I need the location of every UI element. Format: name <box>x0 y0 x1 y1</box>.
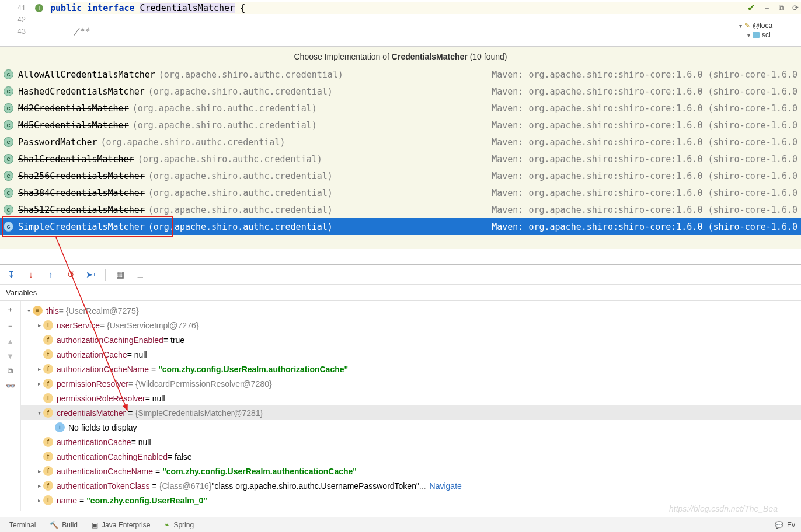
var-value: "com.zhy.config.UserRealm_0" <box>86 496 207 505</box>
move-down-icon[interactable]: ▼ <box>6 352 14 360</box>
info-icon: i <box>55 422 65 432</box>
spring-button[interactable]: ❧Spring <box>164 521 194 529</box>
line-number: 41 <box>0 2 29 14</box>
class-icon: c <box>4 154 13 164</box>
event-log-button[interactable]: 💬Ev <box>775 521 795 529</box>
choose-implementation-popup: Choose Implementation of CredentialsMatc… <box>0 47 801 249</box>
chevron-down-icon[interactable]: ▾ <box>25 307 33 314</box>
code-line[interactable] <box>50 14 801 26</box>
popup-item[interactable]: cAllowAllCredentialsMatcher(org.apache.s… <box>0 66 801 83</box>
maven-source: Maven: org.apache.shiro:shiro-core:1.6.0… <box>485 69 797 80</box>
javaee-button[interactable]: ▣Java Enterprise <box>92 521 150 529</box>
popup-item[interactable]: cMd5CredentialsMatcher(org.apache.shiro.… <box>0 117 801 134</box>
step-down-icon[interactable]: ↓ <box>26 270 36 280</box>
var-name: name <box>57 496 77 505</box>
popup-item[interactable]: cHashedCredentialsMatcher(org.apache.shi… <box>0 83 801 100</box>
tree-row[interactable]: ▸fpermissionResolver = {WildcardPermissi… <box>21 376 801 391</box>
class-name: Md5CredentialsMatcher <box>18 120 129 131</box>
chevron-down-icon: ▾ <box>739 23 742 29</box>
variables-tree[interactable]: ▾≡this = {UserRealm@7275} ▸fuserService … <box>21 301 801 511</box>
tree-row-credentialsMatcher[interactable]: ▾fcredentialsMatcher = {SimpleCredential… <box>21 405 801 420</box>
line-number: 42 <box>0 14 29 26</box>
package-name: (org.apache.shiro.authc.credential) <box>100 137 285 148</box>
list-icon[interactable]: ≣ <box>135 270 145 280</box>
popup-item[interactable]: cSha1CredentialsMatcher(org.apache.shiro… <box>0 150 801 167</box>
tree-row[interactable]: fpermissionRoleResolver = null <box>21 391 801 405</box>
reset-icon[interactable]: ↺ <box>65 270 76 280</box>
folder-icon <box>753 32 760 38</box>
chevron-right-icon[interactable]: ▸ <box>35 482 43 489</box>
code-line[interactable]: /** <box>50 26 801 37</box>
tree-row[interactable]: fauthorizationCache = null <box>21 347 801 362</box>
tree-row[interactable]: ▸fuserService = {UserServiceImpl@7276} <box>21 318 801 332</box>
class-name: Sha384CredentialsMatcher <box>18 188 145 198</box>
chevron-down-icon[interactable]: ▾ <box>35 410 43 416</box>
no-fields-label: No fields to display <box>68 423 137 432</box>
var-value-gray: {Class@6716} <box>159 481 212 491</box>
code-area[interactable]: public interface CredentialsMatcher { /*… <box>50 0 801 46</box>
step-into-icon[interactable]: ↧ <box>6 270 16 280</box>
variables-side-toolbar: ＋ － ▲ ▼ ⧉ 👓 <box>0 301 21 511</box>
inspection-check-icon[interactable]: ✔ <box>747 2 755 13</box>
refresh-icon[interactable]: ⟳ <box>792 4 799 12</box>
chevron-down-icon: ▾ <box>747 32 750 38</box>
chevron-right-icon[interactable]: ▸ <box>35 322 43 328</box>
copy-icon[interactable]: ⧉ <box>779 4 784 13</box>
tree-row[interactable]: ▸fauthenticationCacheName = "com.zhy.con… <box>21 464 801 478</box>
maven-source: Maven: org.apache.shiro:shiro-core:1.6.0… <box>485 222 797 232</box>
popup-header-pre: Choose Implementation of <box>294 52 392 61</box>
glasses-icon[interactable]: 👓 <box>6 382 15 390</box>
navigate-link[interactable]: Navigate <box>430 481 462 491</box>
tree-row[interactable]: ▾scl <box>737 30 801 40</box>
class-name: PasswordMatcher <box>18 137 97 148</box>
class-name: AllowAllCredentialsMatcher <box>18 69 155 80</box>
class-icon: c <box>4 188 13 198</box>
chevron-right-icon[interactable]: ▸ <box>35 380 43 387</box>
pin-icon[interactable]: ➤I <box>85 270 96 280</box>
popup-header-class: CredentialsMatcher <box>392 52 468 61</box>
equals: = <box>155 467 160 476</box>
remove-watch-icon[interactable]: － <box>6 321 14 331</box>
move-up-icon[interactable]: ▲ <box>6 337 14 346</box>
terminal-button[interactable]: Terminal <box>6 521 36 529</box>
popup-item[interactable]: cSimpleCredentialsMatcher(org.apache.shi… <box>0 218 801 235</box>
tree-row[interactable]: ▸fauthorizationCacheName = "com.zhy.conf… <box>21 362 801 376</box>
chevron-right-icon[interactable]: ▸ <box>35 497 43 503</box>
tree-label: @loca <box>753 22 772 30</box>
chevron-right-icon[interactable]: ▸ <box>35 366 43 372</box>
field-icon: f <box>43 349 53 359</box>
add-watch-icon[interactable]: ＋ <box>6 304 14 315</box>
field-icon: f <box>43 452 53 461</box>
popup-item[interactable]: cSha384CredentialsMatcher(org.apache.shi… <box>0 184 801 201</box>
maven-source: Maven: org.apache.shiro:shiro-core:1.6.0… <box>485 103 797 114</box>
tree-row[interactable]: fauthorizationCachingEnabled = true <box>21 332 801 347</box>
package-name: (org.apache.shiro.authc.credential) <box>138 154 322 164</box>
copy-icon[interactable]: ⧉ <box>8 366 13 376</box>
chevron-right-icon[interactable]: ▸ <box>35 468 43 474</box>
popup-item[interactable]: cMd2CredentialsMatcher(org.apache.shiro.… <box>0 100 801 117</box>
var-value: {SimpleCredentialsMatcher@7281} <box>135 408 263 418</box>
code-line[interactable]: public interface CredentialsMatcher { <box>50 2 801 14</box>
tree-row[interactable]: fauthenticationCachingEnabled = false <box>21 449 801 464</box>
add-icon[interactable]: ＋ <box>763 3 771 13</box>
tree-row[interactable]: ▾✎@loca <box>737 21 801 30</box>
tree-row-this[interactable]: ▾≡this = {UserRealm@7275} <box>21 303 801 318</box>
popup-item[interactable]: cSha512CredentialsMatcher(org.apache.shi… <box>0 201 801 218</box>
grid-icon[interactable]: ▦ <box>115 270 126 280</box>
step-up-icon[interactable]: ↑ <box>46 270 56 280</box>
popup-item[interactable]: cSha256CredentialsMatcher(org.apache.shi… <box>0 167 801 184</box>
field-icon: f <box>43 408 53 418</box>
package-name: (org.apache.shiro.authc.credential) <box>133 103 317 114</box>
field-icon: f <box>43 481 53 491</box>
popup-list[interactable]: cAllowAllCredentialsMatcher(org.apache.s… <box>0 66 801 235</box>
implementations-gutter-icon[interactable]: I <box>35 4 43 12</box>
field-icon: f <box>43 393 53 403</box>
tree-row[interactable]: ▸fauthenticationTokenClass = {Class@6716… <box>21 478 801 493</box>
popup-item[interactable]: cPasswordMatcher(org.apache.shiro.authc.… <box>0 134 801 150</box>
debugger-toolbar: ↧ ↓ ↑ ↺ ➤I ▦ ≣ <box>0 265 801 285</box>
bottom-tool-bar: Terminal 🔨Build ▣Java Enterprise ❧Spring… <box>0 517 801 532</box>
var-name: authorizationCacheName <box>57 365 149 374</box>
class-name: SimpleCredentialsMatcher <box>18 222 145 232</box>
tree-row[interactable]: fauthenticationCache = null <box>21 435 801 449</box>
build-button[interactable]: 🔨Build <box>50 521 78 529</box>
